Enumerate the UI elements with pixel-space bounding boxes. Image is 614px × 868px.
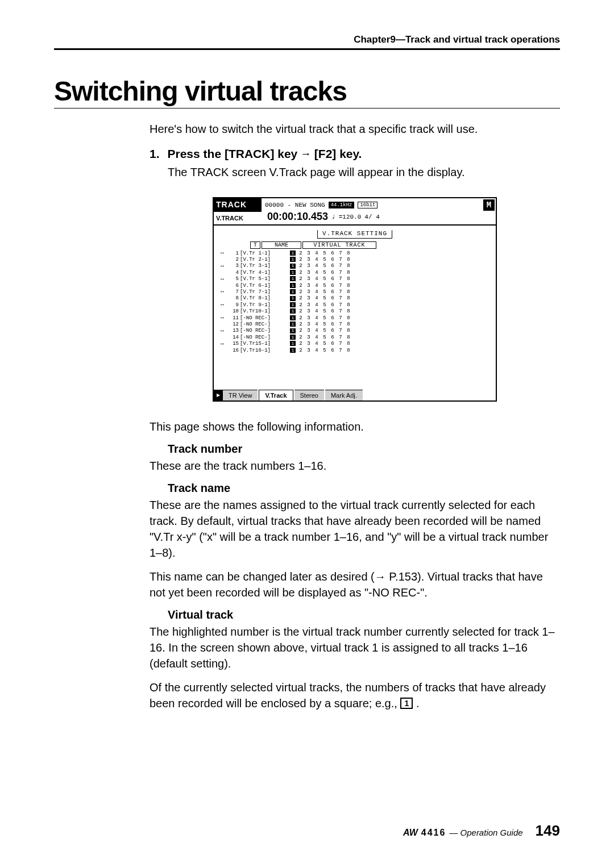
vt-cell: 4 [313, 263, 321, 269]
vt-cell: 7 [337, 276, 345, 282]
text-track-number: These are the track numbers 1–16. [150, 458, 560, 474]
vt-cell: 6 [329, 308, 337, 315]
vt-cell: 4 [313, 251, 321, 257]
section-label: V.TRACK SETTING [217, 230, 492, 237]
lcd-info-row1: 00000 - NEW SONG 44.1kHz 16bit [265, 199, 479, 211]
vt-cell: 6 [329, 263, 337, 269]
track-name: [V.Tr 6-1] [240, 283, 289, 289]
chapter-header: Chapter9—Track and virtual track operati… [54, 34, 560, 45]
vt-text-b: . [413, 697, 419, 710]
vt-selected: 1 [290, 251, 296, 256]
track-index: 16 [227, 348, 240, 354]
track-index: 12 [227, 322, 240, 328]
track-row: 14[-NO REC-]12345678 [217, 335, 492, 341]
vt-cell: 8 [345, 302, 352, 308]
track-row: ↔9[V.Tr 9-1]12345678 [217, 302, 492, 308]
vt-cell: 6 [329, 348, 337, 354]
intro-text: Here's how to switch the virtual track t… [150, 121, 560, 137]
step-number: 1. [150, 147, 160, 161]
label-virtual-track: Virtual track [168, 608, 560, 621]
vt-cell: 4 [313, 276, 321, 282]
col-name: NAME [262, 241, 301, 249]
vt-cell: 5 [321, 289, 329, 295]
vt-cell: 2 [297, 270, 305, 276]
vt-cell: 7 [337, 270, 345, 276]
vt-selected: 1 [290, 289, 296, 294]
vt-cell: 3 [305, 308, 313, 315]
vt-cell: 1 [289, 270, 297, 276]
vt-cell: 1 [289, 295, 297, 302]
track-name: [V.Tr 4-1] [240, 270, 289, 276]
vt-cell: 1 [289, 289, 297, 295]
vt-cell: 8 [345, 263, 352, 269]
track-name: [V.Tr 2-1] [240, 257, 289, 263]
track-index: 9 [227, 302, 240, 308]
label-track-number: Track number [168, 443, 560, 456]
vt-cell: 1 [289, 348, 297, 354]
page-indicator: 4/ 4 [364, 214, 379, 220]
track-name: [V.Tr 1-1] [240, 251, 289, 257]
pair-icon: ↔ [217, 341, 227, 348]
lcd-header: TRACK V.TRACK 00000 - NEW SONG 44.1kHz 1… [214, 198, 496, 226]
bit-depth-badge: 16bit [358, 202, 377, 208]
vt-cell: 2 [297, 257, 305, 263]
vt-cell: 4 [313, 328, 321, 334]
track-name: [V.Tr 5-1] [240, 276, 289, 282]
vt-cell: 6 [329, 276, 337, 282]
vt-cell: 1 [289, 328, 297, 334]
label-track-name: Track name [168, 482, 560, 495]
lcd-info: 00000 - NEW SONG 44.1kHz 16bit 00:00:10.… [262, 198, 482, 224]
vt-selected: 1 [290, 296, 296, 301]
vt-cell: 5 [321, 263, 329, 269]
vt-cell: 8 [345, 308, 352, 315]
page-title: Switching virtual tracks [54, 76, 560, 107]
vt-selected: 1 [290, 276, 296, 281]
vt-cell: 5 [321, 315, 329, 322]
vt-cell: 6 [329, 322, 337, 328]
vt-cell: 2 [297, 276, 305, 282]
vt-cell: 5 [321, 276, 329, 282]
sample-rate-badge: 44.1kHz [329, 202, 355, 208]
track-index: 5 [227, 276, 240, 282]
vt-cell: 6 [329, 328, 337, 334]
vt-cell: 5 [321, 251, 329, 257]
track-name: [V.Tr 7-1] [240, 289, 289, 295]
track-row: ↔5[V.Tr 5-1]12345678 [217, 276, 492, 283]
vt-text-a: Of the currently selected virtual tracks… [150, 681, 546, 710]
vt-cell: 2 [297, 341, 305, 347]
vt-cell: 6 [329, 341, 337, 347]
step-description: The TRACK screen V.Track page will appea… [150, 164, 560, 180]
vt-cell: 8 [345, 289, 352, 295]
vt-cell: 5 [321, 295, 329, 302]
lcd-info-row2: 00:00:10.453 ♩=120.0 4/ 4 [265, 211, 479, 223]
track-name: [-NO REC-] [240, 322, 289, 328]
vt-cell: 1 [289, 302, 297, 308]
col-t: T [250, 241, 260, 249]
vt-selected: 1 [290, 264, 296, 269]
vt-cell: 4 [313, 257, 321, 263]
vt-cell: 3 [305, 276, 313, 282]
vt-selected: 1 [290, 348, 296, 353]
vt-cell: 7 [337, 322, 345, 328]
vt-selected: 1 [290, 283, 296, 288]
vt-cell: 1 [289, 322, 297, 328]
vt-cell: 3 [305, 289, 313, 295]
vt-cell: 4 [313, 335, 321, 341]
vt-cell: 4 [313, 348, 321, 354]
play-icon: ▶ [214, 390, 223, 400]
brand-logo: AW [403, 828, 418, 838]
text-track-name-1: These are the names assigned to the virt… [150, 497, 560, 561]
vt-cell: 2 [297, 348, 305, 354]
vt-cell: 3 [305, 315, 313, 322]
square-one-icon: 1 [400, 698, 413, 709]
vt-cell: 8 [345, 283, 352, 289]
vt-cell: 5 [321, 341, 329, 347]
vt-cell: 1 [289, 341, 297, 347]
grid-header: T NAME VIRTUAL TRACK [250, 241, 492, 249]
vt-cell: 6 [329, 315, 337, 322]
vt-cell: 8 [345, 335, 352, 341]
vt-cell: 2 [297, 251, 305, 257]
tab-tr-view: TR View [223, 390, 258, 400]
track-row: 6[V.Tr 6-1]12345678 [217, 283, 492, 289]
vt-cell: 6 [329, 283, 337, 289]
